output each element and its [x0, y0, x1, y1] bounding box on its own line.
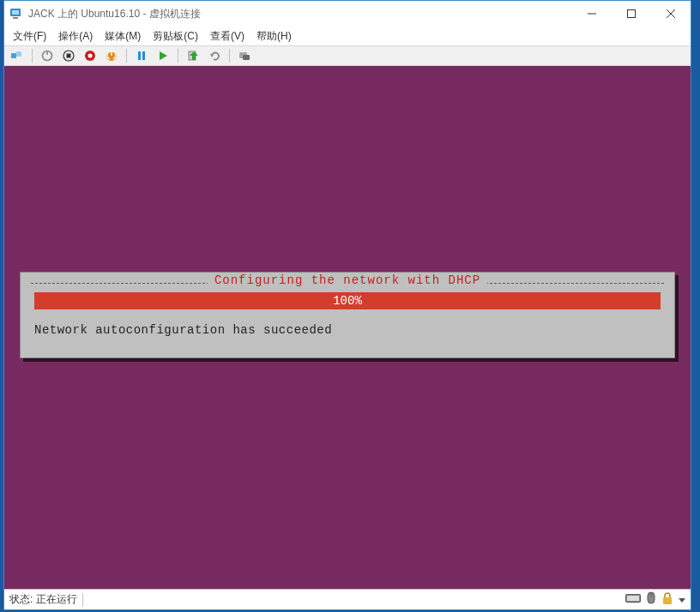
installer-dialog: Configuring the network with DHCP 100% N…	[20, 272, 675, 358]
svg-point-14	[88, 54, 93, 58]
svg-marker-21	[210, 54, 214, 57]
titlebar[interactable]: JACK 上的 Ubuntu16.10 - 虚拟机连接	[4, 1, 691, 27]
toolbar	[4, 45, 691, 66]
svg-rect-8	[16, 51, 21, 57]
dialog-title-row: Configuring the network with DHCP	[31, 283, 664, 284]
svg-rect-7	[11, 53, 16, 58]
svg-marker-29	[679, 598, 685, 603]
menu-action[interactable]: 操作(A)	[58, 29, 93, 44]
start-button[interactable]	[154, 47, 172, 64]
menubar: 文件(F) 操作(A) 媒体(M) 剪贴板(C) 查看(V) 帮助(H)	[4, 27, 691, 45]
power-button[interactable]	[102, 47, 121, 64]
svg-rect-18	[142, 51, 145, 60]
svg-rect-25	[627, 596, 639, 601]
close-button[interactable]	[651, 1, 691, 27]
menu-media[interactable]: 媒体(M)	[105, 29, 141, 44]
lock-icon	[661, 591, 673, 608]
minimize-button[interactable]	[572, 1, 612, 27]
menu-help[interactable]: 帮助(H)	[256, 29, 292, 44]
menu-file[interactable]: 文件(F)	[13, 29, 46, 44]
svg-rect-28	[663, 597, 672, 604]
svg-rect-2	[13, 17, 18, 19]
progress-bar: 100%	[34, 292, 661, 309]
window-title: JACK 上的 Ubuntu16.10 - 虚拟机连接	[28, 7, 572, 21]
keyboard-icon	[625, 592, 641, 607]
vm-connection-window: JACK 上的 Ubuntu16.10 - 虚拟机连接 文件(F) 操作(A) …	[3, 0, 691, 610]
ctrl-alt-del-button[interactable]	[8, 47, 27, 64]
statusbar: 状态: 正在运行	[4, 589, 691, 609]
svg-rect-17	[138, 51, 141, 60]
dialog-message: Network autoconfiguration has succeeded	[31, 318, 664, 347]
menu-clipboard[interactable]: 剪贴板(C)	[153, 29, 198, 44]
status-label: 状态:	[9, 592, 33, 607]
menu-view[interactable]: 查看(V)	[210, 29, 244, 44]
svg-marker-19	[160, 51, 167, 60]
svg-rect-23	[243, 55, 250, 60]
maximize-button[interactable]	[612, 1, 651, 27]
chevron-down-icon[interactable]	[679, 594, 685, 606]
dialog-title: Configuring the network with DHCP	[208, 273, 487, 287]
svg-rect-4	[628, 10, 636, 18]
shutdown-button[interactable]	[38, 47, 57, 64]
status-value: 正在运行	[36, 592, 77, 607]
checkpoint-button[interactable]	[184, 47, 202, 64]
share-button[interactable]	[235, 47, 254, 64]
svg-rect-12	[67, 54, 71, 58]
app-icon	[9, 7, 23, 21]
svg-rect-1	[12, 10, 19, 15]
progress-label: 100%	[333, 294, 362, 308]
mouse-icon	[646, 591, 656, 608]
pause-button[interactable]	[132, 47, 151, 64]
turn-off-button[interactable]	[81, 47, 100, 64]
vm-display[interactable]: Configuring the network with DHCP 100% N…	[4, 66, 691, 589]
revert-button[interactable]	[205, 47, 224, 64]
stop-button[interactable]	[59, 47, 78, 64]
